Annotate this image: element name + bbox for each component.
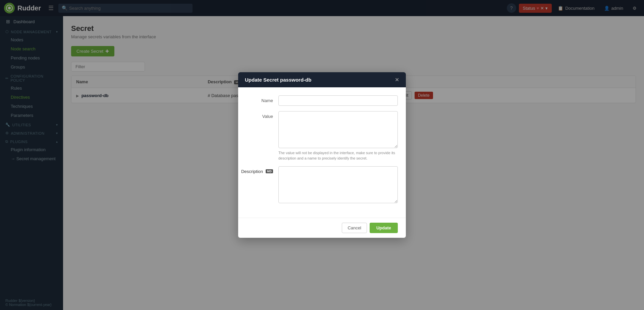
name-label: Name bbox=[246, 95, 273, 103]
description-label-group: Description MD bbox=[246, 166, 273, 174]
value-label: Value bbox=[246, 111, 273, 119]
modal-body: Name password-db Value The value will no… bbox=[238, 87, 406, 218]
update-button[interactable]: Update bbox=[370, 223, 398, 233]
modal-title: Update Secret password-db bbox=[245, 77, 311, 83]
cancel-button[interactable]: Cancel bbox=[342, 223, 367, 233]
update-secret-modal: Update Secret password-db ✕ Name passwor… bbox=[238, 72, 406, 238]
name-input[interactable]: password-db bbox=[278, 95, 398, 106]
description-md-badge: MD bbox=[266, 169, 273, 173]
modal-footer: Cancel Update bbox=[238, 218, 406, 238]
description-form-control bbox=[278, 166, 398, 204]
name-form-control: password-db bbox=[278, 95, 398, 106]
modal-overlay: Update Secret password-db ✕ Name passwor… bbox=[0, 0, 644, 310]
value-form-control: The value will not be displayed in the i… bbox=[278, 111, 398, 161]
value-form-row: Value The value will not be displayed in… bbox=[246, 111, 398, 161]
value-textarea[interactable] bbox=[278, 111, 398, 148]
description-label: Description bbox=[241, 169, 263, 174]
modal-close-button[interactable]: ✕ bbox=[395, 77, 399, 83]
value-hint: The value will not be displayed in the i… bbox=[278, 150, 398, 161]
name-form-row: Name password-db bbox=[246, 95, 398, 106]
description-textarea[interactable] bbox=[278, 166, 398, 203]
modal-header: Update Secret password-db ✕ bbox=[238, 72, 406, 87]
description-form-row: Description MD bbox=[246, 166, 398, 204]
